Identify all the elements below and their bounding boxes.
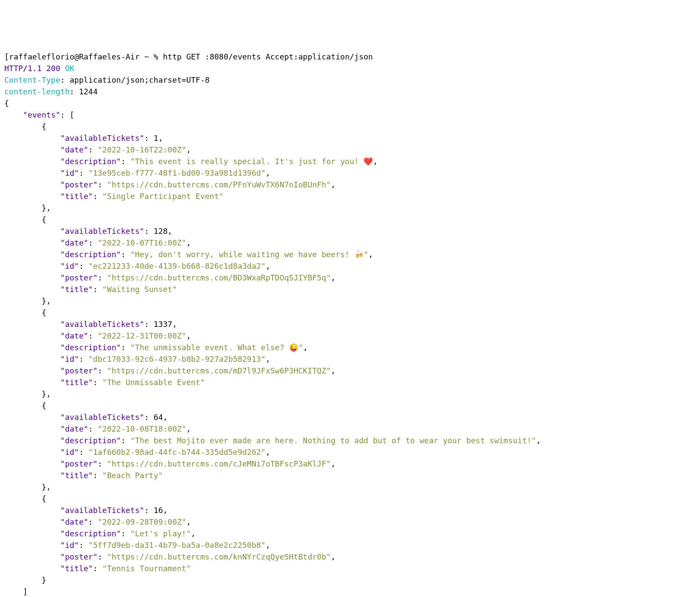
json-string: "Tennis Tournament" [102,564,191,573]
status-text: OK [65,64,74,73]
header-key: content-length [4,87,70,96]
json-line: { [4,121,696,132]
json-string: "2022-10-16T22:00Z" [98,145,186,154]
json-line: "poster": "https://cdn.buttercms.com/cJe… [4,458,696,470]
json-string: "5ff7d9eb-da31-4b79-ba5a-0a8e2c2250b8" [88,541,266,550]
json-body: { "events": [ { "availableTickets": 1, "… [4,97,696,597]
json-key: "poster" [60,552,98,561]
json-line: "description": "This event is really spe… [4,155,696,167]
json-line: }, [4,202,696,214]
json-string: "The Unmissable Event" [102,378,205,387]
json-key: "description" [60,436,121,445]
json-line: }, [4,481,696,493]
json-string: "dbc17033-92c6-4937-b8b2-927a2b582913" [88,354,266,364]
cwd: ~ [144,52,149,61]
json-key: "description" [60,250,121,259]
json-string: "https://cdn.buttercms.com/cJeMNi7oTBFsc… [107,459,331,468]
user: raffaeleflorio [9,52,74,61]
json-number: 64 [154,413,163,422]
json-key: "date" [60,424,88,433]
json-key: "date" [60,331,88,340]
json-key: "poster" [60,180,98,189]
json-key: "id" [60,448,79,457]
json-string: "This event is really special. It's just… [130,157,373,166]
json-number: 1 [154,134,158,143]
json-key: "description" [60,343,121,352]
json-string: "https://cdn.buttercms.com/mD7l9JFxSw6P3… [107,366,331,375]
json-string: "The best Mojito ever made are here. Not… [130,436,536,445]
status-code: 200 [46,64,61,73]
json-line: "id": "ec221233-40de-4139-b668-826c1d8a3… [4,260,696,272]
json-line: "date": "2022-12-31T00:00Z", [4,330,696,342]
json-key: "availableTickets" [60,134,144,143]
json-key: "title" [60,285,93,294]
json-key: "id" [60,261,79,271]
json-string: "1af660b2-98ad-44fc-b744-335dd5e9d262" [88,448,266,457]
json-line: } [4,574,696,586]
host: Raffaeles-Air [79,52,139,61]
json-string: "13e95ceb-f777-48f1-bd00-93a981d1396d" [88,168,266,177]
json-string: "Hey, don't worry, while waiting we have… [130,250,369,259]
json-key: "description" [60,529,121,538]
json-line: "description": "Let's play!", [4,528,696,539]
json-line: "events": [ [4,109,696,121]
json-string: "2022-10-07T16:00Z" [98,238,186,247]
json-string: "Waiting Sunset" [102,285,177,294]
json-key: "availableTickets" [60,506,144,515]
header-value: 1244 [79,87,97,96]
json-line: "availableTickets": 64, [4,411,696,423]
json-line: "title": "The Unmissable Event" [4,376,696,388]
json-number: 16 [154,506,163,515]
json-key: "availableTickets" [60,227,144,236]
json-line: "poster": "https://cdn.buttercms.com/knN… [4,551,696,563]
json-key: "description" [60,157,121,166]
json-string: "Single Participant Event" [102,192,224,201]
json-line: "date": "2022-10-08T18:00Z", [4,423,696,435]
json-key: "title" [60,564,93,573]
json-line: "date": "2022-09-28T09:00Z", [4,516,696,528]
version: 1.1 [28,64,42,73]
json-string: "https://cdn.buttercms.com/PFnYuWvTX6N7n… [107,180,331,189]
json-line: "title": "Tennis Tournament" [4,563,696,574]
json-key: "availableTickets" [60,413,144,422]
status-line: HTTP/1.1 200 OK [4,62,696,74]
json-key: "events" [23,110,60,119]
json-key: "id" [60,541,79,550]
json-key: "id" [60,354,79,364]
json-string: "2022-12-31T00:00Z" [98,331,186,340]
json-string: "2022-09-28T09:00Z" [98,517,186,526]
json-key: "title" [60,378,93,387]
json-number: 1337 [154,320,172,329]
header-value: application/json;charset=UTF-8 [70,75,210,84]
json-line: "poster": "https://cdn.buttercms.com/BD3… [4,272,696,283]
json-key: "availableTickets" [60,320,144,329]
json-string: "The unmissable event. What else? 😜" [130,343,303,352]
json-line: "description": "The best Mojito ever mad… [4,435,696,446]
json-string: "Let's play!" [130,529,191,538]
json-line: "title": "Beach Party" [4,470,696,481]
json-line: }, [4,295,696,307]
json-line: ] [4,586,696,597]
json-line: "description": "The unmissable event. Wh… [4,342,696,353]
json-line: { [4,400,696,411]
json-line: "poster": "https://cdn.buttercms.com/PFn… [4,179,696,190]
json-line: { [4,493,696,504]
command: http GET :8080/events Accept:application… [163,52,373,61]
header-key: Content-Type [4,75,60,84]
json-key: "date" [60,238,88,247]
json-string: "Beach Party" [102,471,163,480]
json-line: }, [4,388,696,400]
json-line: { [4,307,696,318]
json-line: "availableTickets": 128, [4,225,696,237]
json-string: "2022-10-08T18:00Z" [98,424,186,433]
json-number: 128 [154,227,168,236]
json-line: "availableTickets": 1337, [4,318,696,330]
json-key: "poster" [60,273,98,282]
json-key: "title" [60,471,93,480]
prompt-symbol: % [154,52,158,61]
json-line: "poster": "https://cdn.buttercms.com/mD7… [4,365,696,376]
protocol: HTTP [4,64,23,73]
json-key: "id" [60,168,79,177]
json-line: "id": "5ff7d9eb-da31-4b79-ba5a-0a8e2c225… [4,539,696,551]
json-line: "availableTickets": 16, [4,504,696,516]
